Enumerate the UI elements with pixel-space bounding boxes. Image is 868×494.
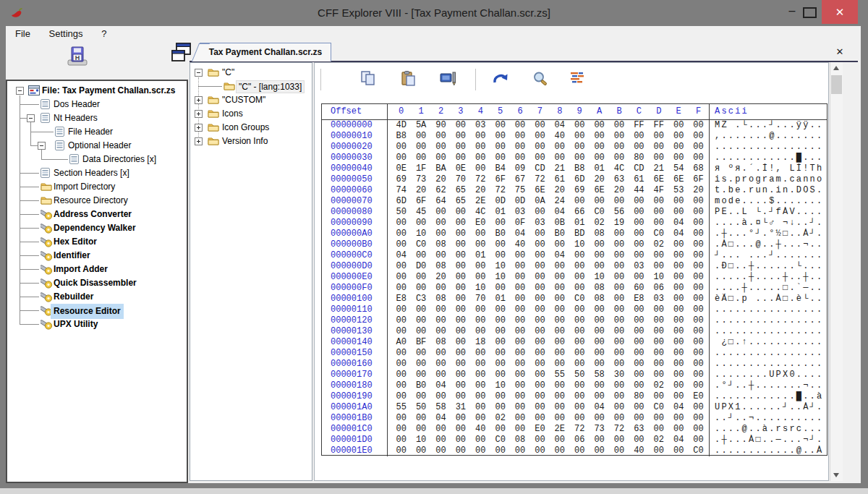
hex-byte[interactable]: 00: [490, 250, 510, 261]
hex-byte[interactable]: 00: [570, 196, 590, 207]
hex-byte[interactable]: 6F: [689, 174, 708, 185]
hex-byte[interactable]: 10: [411, 435, 430, 446]
hex-byte[interactable]: 00: [689, 272, 708, 283]
hex-byte[interactable]: 00: [649, 359, 668, 370]
hex-byte[interactable]: 40: [629, 446, 649, 456]
hex-byte[interactable]: 00: [550, 326, 569, 337]
hex-byte[interactable]: 00: [629, 305, 649, 315]
hex-byte[interactable]: 00: [590, 261, 609, 272]
hex-row[interactable]: 00000060742062652072756E20696E20444F5320…: [322, 185, 827, 196]
hex-byte[interactable]: 00: [510, 337, 529, 348]
tree-item[interactable]: Optional Header: [7, 139, 187, 153]
hex-byte[interactable]: 64: [431, 196, 451, 207]
hex-byte[interactable]: 00: [490, 153, 510, 163]
hex-byte[interactable]: 00: [629, 218, 649, 229]
hex-byte[interactable]: 00: [668, 337, 688, 348]
hex-byte[interactable]: 00: [609, 391, 629, 402]
tab-close-icon[interactable]: ✕: [833, 46, 846, 59]
hex-byte[interactable]: 00: [391, 391, 411, 402]
collapse-box-icon[interactable]: [16, 87, 24, 95]
hex-byte[interactable]: E8: [629, 294, 649, 305]
hex-byte[interactable]: 04: [668, 218, 688, 229]
hex-byte[interactable]: 00: [530, 142, 550, 153]
hex-byte[interactable]: 00: [629, 370, 649, 380]
hex-byte[interactable]: E0: [689, 391, 708, 402]
hex-byte[interactable]: B0: [550, 229, 569, 239]
hex-byte[interactable]: 00: [530, 207, 550, 218]
hex-byte[interactable]: 01: [490, 294, 510, 305]
hex-byte[interactable]: 00: [550, 283, 569, 294]
hex-byte[interactable]: 02: [590, 218, 609, 229]
hex-byte[interactable]: 6E: [649, 174, 668, 185]
hex-byte[interactable]: 00: [668, 424, 688, 435]
hex-byte[interactable]: 00: [411, 218, 430, 229]
hex-byte[interactable]: 04: [668, 229, 688, 239]
hex-byte[interactable]: 00: [570, 131, 590, 142]
hex-byte[interactable]: 06: [649, 283, 668, 294]
hex-byte[interactable]: 00: [590, 359, 609, 370]
hex-byte[interactable]: 00: [550, 380, 569, 391]
hex-byte[interactable]: 00: [411, 153, 430, 163]
hex-row[interactable]: 0000018000B00400001000000000000000020000…: [322, 380, 827, 391]
hex-byte[interactable]: 00: [391, 153, 411, 163]
hex-byte[interactable]: 72: [490, 185, 510, 196]
hex-byte[interactable]: 00: [550, 261, 569, 272]
expand-box-icon[interactable]: [195, 124, 203, 132]
hex-byte[interactable]: 00: [689, 326, 708, 337]
hex-byte[interactable]: 00: [391, 142, 411, 153]
hex-byte[interactable]: 10: [490, 272, 510, 283]
hex-byte[interactable]: 00: [471, 229, 490, 239]
hex-row[interactable]: 000000706D6F64652E0D0D0A2400000000000000…: [322, 196, 827, 207]
hex-byte[interactable]: 00: [629, 229, 649, 239]
hex-byte[interactable]: C0: [570, 294, 590, 305]
hex-byte[interactable]: 00: [471, 153, 490, 163]
hex-row[interactable]: 0000009000000000E0000F030B01021900000400…: [322, 218, 827, 229]
hex-byte[interactable]: 00: [391, 370, 411, 380]
copy-button[interactable]: [359, 70, 377, 90]
hex-row[interactable]: 0000003000000000000000000000000080000000…: [322, 153, 827, 163]
hex-byte[interactable]: B0: [411, 380, 430, 391]
hex-row[interactable]: 000000E000002000001000000000100000100000…: [322, 272, 827, 283]
hex-byte[interactable]: 04: [391, 250, 411, 261]
hex-byte[interactable]: 00: [609, 380, 629, 391]
hex-byte[interactable]: 00: [629, 435, 649, 446]
hex-byte[interactable]: 00: [590, 250, 609, 261]
hex-byte[interactable]: C0: [649, 229, 668, 239]
hex-byte[interactable]: 2E: [471, 196, 490, 207]
hex-byte[interactable]: 00: [609, 142, 629, 153]
hex-byte[interactable]: 00: [391, 315, 411, 326]
hex-byte[interactable]: 00: [530, 446, 550, 456]
hex-byte[interactable]: 00: [451, 131, 470, 142]
hex-byte[interactable]: 00: [530, 326, 550, 337]
hex-byte[interactable]: 00: [689, 315, 708, 326]
hex-byte[interactable]: 04: [550, 250, 569, 261]
hex-byte[interactable]: 00: [609, 120, 629, 131]
hex-byte[interactable]: C0: [590, 207, 609, 218]
hex-byte[interactable]: 01: [471, 250, 490, 261]
hex-byte[interactable]: 00: [510, 380, 529, 391]
hex-byte[interactable]: 55: [391, 402, 411, 413]
hex-byte[interactable]: 00: [411, 424, 430, 435]
resource-item[interactable]: "CUSTOM": [190, 93, 312, 107]
hex-row[interactable]: 000000A00010000000B00400B0BD080000C00400…: [322, 229, 827, 239]
hex-byte[interactable]: 00: [689, 337, 708, 348]
hex-byte[interactable]: 00: [590, 380, 609, 391]
hex-byte[interactable]: 00: [689, 207, 708, 218]
hex-byte[interactable]: BF: [411, 337, 430, 348]
hex-byte[interactable]: 02: [649, 435, 668, 446]
hex-byte[interactable]: 04: [510, 229, 529, 239]
hex-byte[interactable]: 00: [530, 305, 550, 315]
hex-byte[interactable]: 00: [689, 283, 708, 294]
hex-byte[interactable]: 00: [609, 250, 629, 261]
hex-byte[interactable]: 00: [689, 196, 708, 207]
hex-byte[interactable]: 20: [431, 174, 451, 185]
hex-byte[interactable]: 03: [510, 207, 529, 218]
hex-byte[interactable]: 00: [550, 435, 569, 446]
hex-row[interactable]: 0000017000000000000000005550583000000000…: [322, 370, 827, 380]
hex-byte[interactable]: 0F: [510, 218, 529, 229]
hex-byte[interactable]: 00: [391, 446, 411, 456]
hex-byte[interactable]: 72: [471, 174, 490, 185]
hex-byte[interactable]: 00: [411, 359, 430, 370]
hex-byte[interactable]: 00: [510, 131, 529, 142]
hex-byte[interactable]: 06: [570, 435, 590, 446]
